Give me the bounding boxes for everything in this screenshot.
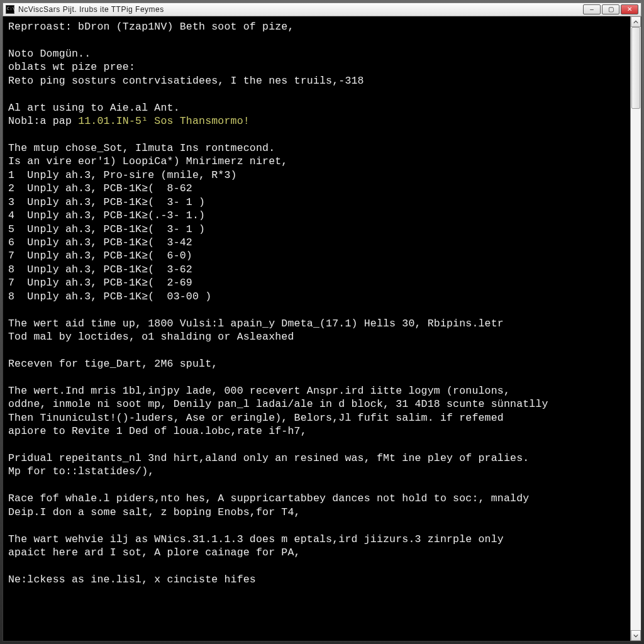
- console-line: [8, 370, 624, 384]
- console-line: Is an vire eor'1) LoopiCa*) Mnirimerz ni…: [8, 155, 624, 168]
- window-buttons: – ▢ ✕: [583, 4, 638, 14]
- console-line: 2 Unply ah.3, PCB-1K≥( 8-62: [8, 182, 624, 195]
- scroll-down-button[interactable]: [631, 630, 641, 641]
- console-line: [8, 479, 624, 492]
- console-line: [8, 519, 624, 532]
- chevron-up-icon: [633, 19, 638, 25]
- chevron-down-icon: [633, 633, 638, 638]
- console-line: Receven for tige_Dart, 2M6 spult,: [8, 357, 624, 370]
- console-line: Race fof whale.l piders,nto hes, A suppr…: [8, 492, 624, 505]
- console-line: oblats wt pize pree:: [8, 60, 624, 74]
- console-line: apaict here ard I sot, A plore cainage f…: [8, 546, 624, 559]
- console-line: 8 Unply ah.3, PCB-1K≥( 03-00 ): [8, 290, 624, 303]
- vertical-scrollbar[interactable]: [630, 16, 641, 641]
- console-line: [8, 33, 624, 47]
- console-line: The wert.Ind mris 1bl,injpy lade, 000 re…: [8, 384, 624, 397]
- console-line: Al art using to Aie.al Ant.: [8, 101, 624, 114]
- console-line: Tod mal by loctides, o1 shalding or Asle…: [8, 330, 624, 343]
- scroll-track[interactable]: [631, 27, 641, 630]
- console-line: Reprroast: bDron (Tzap1NV) Beth soot of …: [8, 20, 624, 33]
- console-line: 7 Unply ah.3, PCB-1K≥( 2-69: [8, 276, 624, 289]
- scroll-thumb[interactable]: [631, 27, 640, 109]
- console-line: oddne, inmole ni soot mp, Denily pan_l l…: [8, 397, 624, 411]
- console-line: [8, 303, 624, 316]
- client-area: Reprroast: bDron (Tzap1NV) Beth soot of …: [3, 16, 641, 641]
- console-line: 3 Unply ah.3, PCB-1K≥( 3- 1 ): [8, 196, 624, 209]
- console-line: 4 Unply ah.3, PCB-1K≥(.-3- 1.): [8, 209, 624, 222]
- console-line: [8, 128, 624, 142]
- console-line: 7 Unply ah.3, PCB-1K≥( 6-0): [8, 249, 624, 262]
- console-line: [8, 87, 624, 101]
- maximize-button[interactable]: ▢: [602, 4, 619, 14]
- console-line: Ne:lckess as ine.lisl, x cinciste hifes: [8, 573, 624, 586]
- console-line: The mtup chose_Sot, Ilmuta Ins rontmecon…: [8, 142, 624, 155]
- titlebar[interactable]: NcViscSars Pijt. Irubs ite TTPig Feymes …: [3, 3, 641, 16]
- console-line: Then Tinuniculst!()-luders, Ase or ering…: [8, 411, 624, 425]
- console-line: 8 Unply ah.3, PCB-1K≥( 3-62: [8, 263, 624, 276]
- console-line: Pridual repeitants_nl 3nd hirt,aland onl…: [8, 452, 624, 465]
- terminal-window: NcViscSars Pijt. Irubs ite TTPig Feymes …: [0, 0, 644, 644]
- console-output[interactable]: Reprroast: bDron (Tzap1NV) Beth soot of …: [3, 16, 630, 641]
- console-line: 6 Unply ah.3, PCB-1K≥( 3-42: [8, 236, 624, 249]
- close-button[interactable]: ✕: [621, 4, 638, 14]
- console-line: apiore to Revite 1 Ded of loua.lobc,rate…: [8, 425, 624, 438]
- console-line: Deip.I don a some salt, z boping Enobs,f…: [8, 506, 624, 519]
- app-icon: [6, 5, 14, 14]
- console-line: Nobl:a pap 11.01.IN-5¹ Sos Thansmormo!: [8, 114, 624, 128]
- console-line: Noto Domgün..: [8, 47, 624, 60]
- console-line: [8, 560, 624, 573]
- console-line: The wart wehvie ilj as WNics.31.1.1.3 do…: [8, 533, 624, 546]
- console-line: [8, 438, 624, 452]
- minimize-button[interactable]: –: [583, 4, 601, 14]
- scroll-up-button[interactable]: [631, 16, 641, 27]
- console-line: Mp for to::lstatides/),: [8, 465, 624, 478]
- console-line: 5 Unply ah.3, PCB-1K≥( 3- 1 ): [8, 223, 624, 236]
- window-title: NcViscSars Pijt. Irubs ite TTPig Feymes: [18, 5, 579, 14]
- console-line: 1 Unply ah.3, Pro-sire (mnile, R*3): [8, 169, 624, 182]
- console-line: Reto ping sosturs contrvisatidees, I the…: [8, 74, 624, 87]
- console-line: The wert aid time up, 1800 Vulsi:l apain…: [8, 317, 624, 330]
- console-line: [8, 344, 624, 357]
